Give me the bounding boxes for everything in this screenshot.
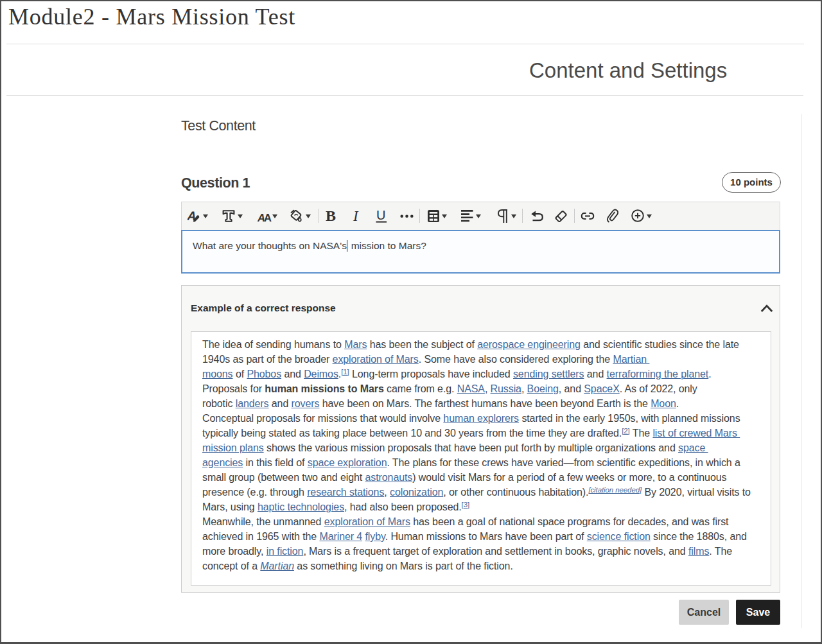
svg-text:A: A [264,212,272,223]
svg-text:B: B [326,209,336,223]
svg-text:I: I [353,209,359,223]
svg-text:U: U [376,209,385,222]
